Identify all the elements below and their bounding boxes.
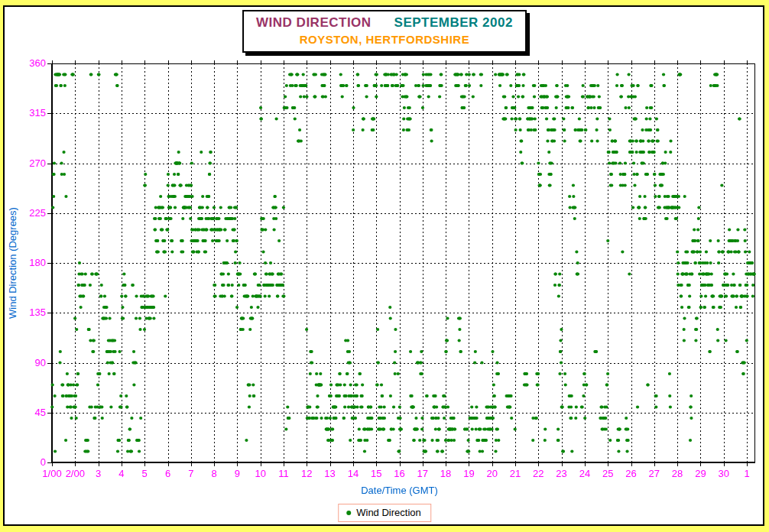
x-tick-label: 1 [732,468,762,479]
chart-title-text: WIND DIRECTION [256,15,372,31]
legend-marker-icon [346,511,351,515]
y-tick-label: 270 [18,157,46,169]
legend: Wind Direction [338,504,431,522]
y-tick-label: 90 [18,357,46,368]
y-tick-label: 135 [18,307,46,318]
chart-title-month: SEPTEMBER 2002 [394,15,513,31]
chart-title-box: WIND DIRECTION SEPTEMBER 2002 ROYSTON, H… [242,10,527,53]
y-tick-label: 45 [18,407,46,418]
y-tick-label: 180 [18,257,46,268]
wind-direction-scatter-canvas [46,58,761,471]
y-tick-label: 225 [18,207,46,219]
chart-title-line1: WIND DIRECTION SEPTEMBER 2002 [256,15,513,31]
x-axis-title: Date/Time (GMT) [52,485,747,496]
y-tick-label: 0 [18,456,46,468]
y-tick-label: 315 [18,107,46,118]
wind-direction-chart-page: WIND DIRECTION SEPTEMBER 2002 ROYSTON, H… [0,0,769,532]
legend-series-label: Wind Direction [356,507,421,518]
y-tick-label: 360 [18,57,46,69]
chart-subtitle-location: ROYSTON, HERTFORDSHIRE [256,33,513,46]
y-axis-title: Wind Direction (Degrees) [6,63,18,462]
